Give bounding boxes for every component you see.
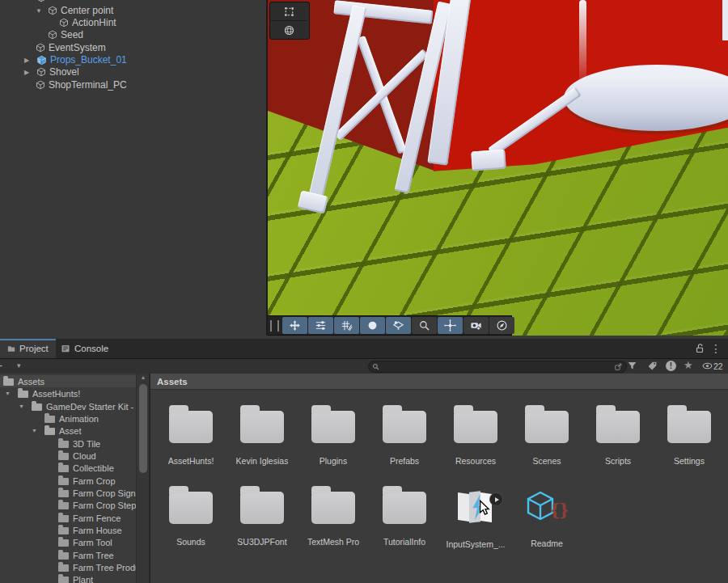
rect-tool-icon[interactable] bbox=[270, 2, 307, 21]
chevron-down-icon[interactable]: ▾ bbox=[17, 361, 21, 370]
console-lines-icon bbox=[61, 344, 70, 353]
foldout-arrow-icon[interactable]: ▶ bbox=[24, 57, 36, 64]
scene-viewport[interactable] bbox=[268, 0, 728, 336]
open-folder-icon bbox=[44, 428, 55, 435]
asset-readme[interactable]: { } Readme bbox=[511, 481, 582, 557]
foldout-arrow-icon[interactable]: ▼ bbox=[36, 7, 48, 15]
tree-item-animation[interactable]: Animation bbox=[0, 412, 136, 425]
tree-item-farm-tool[interactable]: Farm Tool bbox=[0, 536, 136, 548]
move-tool-icon[interactable] bbox=[282, 317, 307, 334]
folder-icon bbox=[311, 492, 355, 524]
asset-label: SU3DJPFont bbox=[237, 537, 286, 547]
tree-item-cloud[interactable]: Cloud bbox=[0, 450, 136, 462]
scroll-up-arrow-icon[interactable]: ▲ bbox=[137, 374, 150, 380]
kebab-menu-icon[interactable]: ⋮ bbox=[710, 341, 722, 356]
folder-icon bbox=[58, 539, 69, 547]
hierarchy-item-eventsystem[interactable]: EventSystem bbox=[0, 41, 266, 54]
cube-icon bbox=[48, 6, 57, 15]
folder-icon bbox=[58, 441, 69, 448]
tree-label: Farm Tree Product bbox=[73, 563, 136, 572]
asset-kevin-iglesias[interactable]: Kevin Iglesias bbox=[226, 400, 298, 476]
foldout-arrow-icon[interactable]: ▶ bbox=[24, 69, 36, 76]
search-icon[interactable] bbox=[412, 317, 437, 334]
play-badge-icon[interactable] bbox=[489, 492, 503, 506]
asset-grid[interactable]: Assets AssetHunts! Kevin Iglesias Plugin… bbox=[150, 374, 728, 583]
asset-assethunts[interactable]: AssetHunts! bbox=[155, 400, 226, 476]
open-folder-icon bbox=[32, 403, 42, 411]
hierarchy-item-actionhint[interactable]: ActionHint bbox=[0, 16, 266, 29]
foldout-arrow-icon[interactable]: ▼ bbox=[32, 428, 44, 433]
alert-icon[interactable]: ! bbox=[666, 361, 676, 371]
tree-item-farm-crop[interactable]: Farm Crop bbox=[0, 475, 136, 487]
pivot-icon[interactable] bbox=[438, 317, 463, 334]
tree-label: Farm Crop bbox=[73, 476, 116, 486]
hierarchy-item-props-bucket[interactable]: ▶ Props_Bucket_01 > bbox=[0, 53, 266, 66]
tab-label: Console bbox=[74, 344, 108, 353]
tab-console[interactable]: Console bbox=[53, 339, 116, 358]
item-label: ShopTerminal_PC bbox=[49, 79, 127, 91]
tree-item-asset[interactable]: ▼ Asset bbox=[0, 425, 136, 437]
open-in-search-icon[interactable] bbox=[614, 362, 623, 371]
folder-tree[interactable]: Assets ▼ AssetHunts! ▼ GameDev Starter K… bbox=[0, 374, 136, 583]
scrollbar-thumb[interactable] bbox=[139, 384, 147, 473]
asset-inputsystem[interactable]: InputSystem_... bbox=[440, 481, 511, 557]
layers-icon[interactable] bbox=[386, 317, 411, 334]
hierarchy-item-shopterminal[interactable]: ShopTerminal_PC bbox=[0, 78, 266, 91]
search-input[interactable] bbox=[382, 361, 614, 372]
tree-item-farm-crop-sign[interactable]: Farm Crop Sign bbox=[0, 487, 136, 499]
grid-snap-icon[interactable] bbox=[334, 317, 359, 334]
asset-scenes[interactable]: Scenes bbox=[511, 400, 582, 476]
orientation-globe-icon[interactable] bbox=[270, 21, 307, 39]
folder-icon bbox=[58, 552, 69, 560]
asset-plugins[interactable]: Plugins bbox=[298, 400, 369, 476]
tree-item-farm-tree[interactable]: Farm Tree bbox=[0, 549, 136, 561]
cube-icon bbox=[36, 0, 46, 2]
open-folder-icon bbox=[18, 391, 28, 398]
folder-icon bbox=[58, 465, 69, 472]
search-by-label-icon[interactable] bbox=[647, 361, 658, 371]
visibility-eye-icon[interactable]: 22 bbox=[702, 361, 723, 371]
asset-sounds[interactable]: Sounds bbox=[155, 481, 226, 557]
tree-label: Farm House bbox=[73, 526, 122, 535]
sliders-icon[interactable] bbox=[308, 317, 333, 334]
favorites-star-icon[interactable]: ★ bbox=[684, 359, 693, 371]
tree-scrollbar[interactable]: ▲ bbox=[136, 374, 150, 583]
folder-icon bbox=[240, 492, 284, 524]
asset-textmesh-pro[interactable]: TextMesh Pro bbox=[298, 481, 369, 557]
foldout-arrow-icon[interactable]: ▼ bbox=[5, 391, 18, 396]
tree-item-gamedev-kit[interactable]: ▼ GameDev Starter Kit - F bbox=[0, 400, 136, 412]
toolbar-drag-handle[interactable] bbox=[270, 320, 279, 332]
asset-su3djpfont[interactable]: SU3DJPFont bbox=[226, 481, 298, 557]
tree-item-collectible[interactable]: Collectible bbox=[0, 462, 136, 474]
compass-icon[interactable] bbox=[489, 317, 514, 334]
item-label: EventSystem bbox=[49, 42, 106, 53]
camera-icon[interactable] bbox=[463, 317, 489, 334]
tree-item-farm-fence[interactable]: Farm Fence bbox=[0, 512, 136, 524]
asset-label: Prefabs bbox=[390, 456, 419, 466]
hierarchy-item-center-point[interactable]: ▼ Center point bbox=[0, 4, 266, 17]
prefab-cube-icon bbox=[36, 55, 47, 65]
hierarchy-item-seed[interactable]: Seed bbox=[0, 28, 266, 41]
tree-item-farm-tree-product[interactable]: Farm Tree Product bbox=[0, 561, 136, 573]
search-by-type-icon[interactable] bbox=[627, 361, 637, 371]
tree-item-assets[interactable]: Assets bbox=[0, 375, 136, 387]
unlocked-lock-icon[interactable] bbox=[694, 343, 705, 354]
tree-item-plant[interactable]: Plant bbox=[0, 573, 136, 583]
sphere-icon[interactable] bbox=[360, 317, 385, 334]
asset-settings[interactable]: Settings bbox=[654, 400, 725, 476]
hierarchy-panel[interactable]: ▼ Center point ActionHint Seed EventSyst… bbox=[0, 0, 266, 336]
asset-resources[interactable]: Resources bbox=[440, 400, 511, 476]
asset-scripts[interactable]: Scripts bbox=[582, 400, 654, 476]
asset-tutorialinfo[interactable]: TutorialInfo bbox=[369, 481, 440, 557]
tab-project[interactable]: Project bbox=[0, 339, 56, 358]
create-asset-button[interactable]: + bbox=[0, 359, 2, 372]
hierarchy-item-shovel[interactable]: ▶ Shovel bbox=[0, 65, 266, 78]
tree-item-3d-tile[interactable]: 3D Tile bbox=[0, 437, 136, 450]
asset-prefabs[interactable]: Prefabs bbox=[369, 400, 440, 476]
tree-item-farm-crop-step[interactable]: Farm Crop Step bbox=[0, 499, 136, 511]
folder-icon bbox=[667, 411, 711, 443]
tree-item-farm-house[interactable]: Farm House bbox=[0, 524, 136, 536]
tree-item-assethunts[interactable]: ▼ AssetHunts! bbox=[0, 387, 136, 399]
search-field[interactable] bbox=[368, 361, 627, 373]
foldout-arrow-icon[interactable]: ▼ bbox=[19, 403, 32, 409]
